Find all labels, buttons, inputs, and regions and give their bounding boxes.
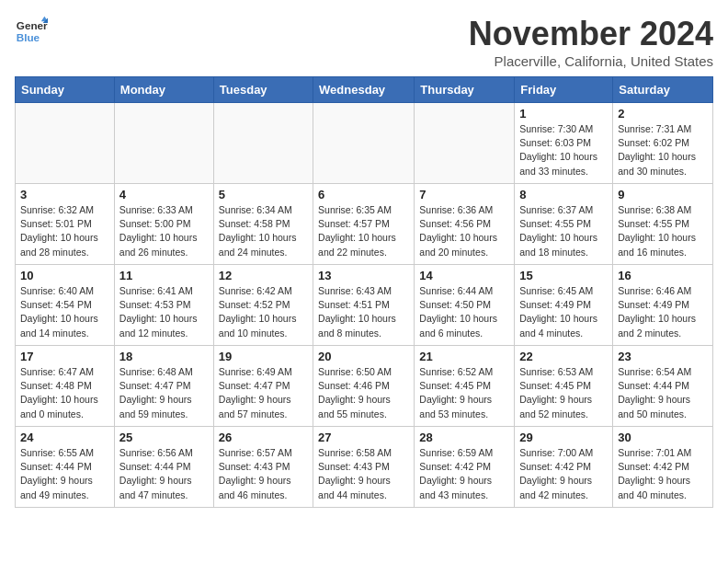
weekday-header-cell: Monday [114,77,213,103]
calendar-day-cell: 20Sunrise: 6:50 AM Sunset: 4:46 PM Dayli… [313,346,415,427]
logo: General Blue [15,15,48,48]
day-info: Sunrise: 6:45 AM Sunset: 4:49 PM Dayligh… [519,284,608,340]
day-number: 11 [119,269,209,282]
day-number: 6 [318,188,409,201]
calendar-day-cell [16,103,115,184]
calendar-day-cell [114,103,213,184]
calendar-day-cell: 22Sunrise: 6:53 AM Sunset: 4:45 PM Dayli… [515,346,613,427]
day-info: Sunrise: 6:49 AM Sunset: 4:47 PM Dayligh… [219,365,308,421]
calendar-day-cell: 30Sunrise: 7:01 AM Sunset: 4:42 PM Dayli… [613,427,713,508]
calendar-table: SundayMondayTuesdayWednesdayThursdayFrid… [15,76,713,508]
calendar-day-cell: 2Sunrise: 7:31 AM Sunset: 6:02 PM Daylig… [613,103,713,184]
day-number: 21 [419,350,509,363]
calendar-day-cell: 24Sunrise: 6:55 AM Sunset: 4:44 PM Dayli… [16,427,115,508]
day-info: Sunrise: 6:32 AM Sunset: 5:01 PM Dayligh… [20,203,109,259]
calendar-day-cell: 18Sunrise: 6:48 AM Sunset: 4:47 PM Dayli… [114,346,213,427]
day-number: 20 [318,350,409,363]
calendar-day-cell: 5Sunrise: 6:34 AM Sunset: 4:58 PM Daylig… [213,184,313,265]
day-info: Sunrise: 6:54 AM Sunset: 4:44 PM Dayligh… [618,365,708,421]
day-number: 2 [618,107,708,121]
day-number: 10 [20,269,109,282]
calendar-week-row: 3Sunrise: 6:32 AM Sunset: 5:01 PM Daylig… [16,184,713,265]
day-number: 3 [20,188,109,201]
weekday-header-cell: Saturday [613,77,713,103]
calendar-week-row: 10Sunrise: 6:40 AM Sunset: 4:54 PM Dayli… [16,265,713,346]
calendar-day-cell [415,103,515,184]
calendar-day-cell: 14Sunrise: 6:44 AM Sunset: 4:50 PM Dayli… [415,265,515,346]
day-info: Sunrise: 6:47 AM Sunset: 4:48 PM Dayligh… [20,365,109,421]
month-title: November 2024 [469,15,713,53]
day-number: 9 [618,188,708,201]
day-number: 13 [318,269,409,282]
day-number: 7 [419,188,509,201]
calendar-day-cell: 12Sunrise: 6:42 AM Sunset: 4:52 PM Dayli… [213,265,313,346]
calendar-day-cell: 25Sunrise: 6:56 AM Sunset: 4:44 PM Dayli… [114,427,213,508]
day-info: Sunrise: 6:34 AM Sunset: 4:58 PM Dayligh… [219,203,308,259]
calendar-day-cell: 3Sunrise: 6:32 AM Sunset: 5:01 PM Daylig… [16,184,115,265]
calendar-day-cell: 19Sunrise: 6:49 AM Sunset: 4:47 PM Dayli… [213,346,313,427]
day-number: 30 [618,431,708,444]
calendar-day-cell [213,103,313,184]
day-info: Sunrise: 6:41 AM Sunset: 4:53 PM Dayligh… [119,284,209,340]
calendar-day-cell: 29Sunrise: 7:00 AM Sunset: 4:42 PM Dayli… [515,427,613,508]
page-header: General Blue November 2024 Placerville, … [15,15,713,69]
day-number: 14 [419,269,509,282]
weekday-header-cell: Friday [515,77,613,103]
day-number: 5 [219,188,308,201]
day-number: 24 [20,431,109,444]
calendar-day-cell [313,103,415,184]
day-number: 4 [119,188,209,201]
calendar-day-cell: 21Sunrise: 6:52 AM Sunset: 4:45 PM Dayli… [415,346,515,427]
weekday-header-cell: Thursday [415,77,515,103]
day-info: Sunrise: 7:31 AM Sunset: 6:02 PM Dayligh… [618,122,708,178]
day-info: Sunrise: 7:00 AM Sunset: 4:42 PM Dayligh… [519,446,608,502]
day-info: Sunrise: 6:43 AM Sunset: 4:51 PM Dayligh… [318,284,409,340]
title-block: November 2024 Placerville, California, U… [469,15,713,69]
day-number: 23 [618,350,708,363]
calendar-day-cell: 7Sunrise: 6:36 AM Sunset: 4:56 PM Daylig… [415,184,515,265]
day-number: 15 [519,269,608,282]
day-info: Sunrise: 6:35 AM Sunset: 4:57 PM Dayligh… [318,203,409,259]
day-number: 17 [20,350,109,363]
day-info: Sunrise: 6:50 AM Sunset: 4:46 PM Dayligh… [318,365,409,421]
day-number: 27 [318,431,409,444]
weekday-header-cell: Sunday [16,77,115,103]
day-info: Sunrise: 6:59 AM Sunset: 4:42 PM Dayligh… [419,446,509,502]
day-number: 12 [219,269,308,282]
calendar-day-cell: 1Sunrise: 7:30 AM Sunset: 6:03 PM Daylig… [515,103,613,184]
day-info: Sunrise: 6:44 AM Sunset: 4:50 PM Dayligh… [419,284,509,340]
day-info: Sunrise: 6:46 AM Sunset: 4:49 PM Dayligh… [618,284,708,340]
day-info: Sunrise: 7:01 AM Sunset: 4:42 PM Dayligh… [618,446,708,502]
day-number: 29 [519,431,608,444]
calendar-day-cell: 9Sunrise: 6:38 AM Sunset: 4:55 PM Daylig… [613,184,713,265]
day-info: Sunrise: 7:30 AM Sunset: 6:03 PM Dayligh… [519,122,608,178]
day-info: Sunrise: 6:56 AM Sunset: 4:44 PM Dayligh… [119,446,209,502]
day-info: Sunrise: 6:33 AM Sunset: 5:00 PM Dayligh… [119,203,209,259]
day-number: 26 [219,431,308,444]
calendar-day-cell: 4Sunrise: 6:33 AM Sunset: 5:00 PM Daylig… [114,184,213,265]
day-info: Sunrise: 6:53 AM Sunset: 4:45 PM Dayligh… [519,365,608,421]
calendar-day-cell: 6Sunrise: 6:35 AM Sunset: 4:57 PM Daylig… [313,184,415,265]
day-number: 8 [519,188,608,201]
calendar-day-cell: 11Sunrise: 6:41 AM Sunset: 4:53 PM Dayli… [114,265,213,346]
day-info: Sunrise: 6:57 AM Sunset: 4:43 PM Dayligh… [219,446,308,502]
calendar-day-cell: 13Sunrise: 6:43 AM Sunset: 4:51 PM Dayli… [313,265,415,346]
svg-text:Blue: Blue [17,31,40,43]
day-number: 19 [219,350,308,363]
calendar-day-cell: 8Sunrise: 6:37 AM Sunset: 4:55 PM Daylig… [515,184,613,265]
logo-icon: General Blue [15,15,48,48]
calendar-day-cell: 10Sunrise: 6:40 AM Sunset: 4:54 PM Dayli… [16,265,115,346]
day-info: Sunrise: 6:48 AM Sunset: 4:47 PM Dayligh… [119,365,209,421]
day-info: Sunrise: 6:37 AM Sunset: 4:55 PM Dayligh… [519,203,608,259]
calendar-day-cell: 26Sunrise: 6:57 AM Sunset: 4:43 PM Dayli… [213,427,313,508]
calendar-body: 1Sunrise: 7:30 AM Sunset: 6:03 PM Daylig… [16,103,713,508]
day-info: Sunrise: 6:42 AM Sunset: 4:52 PM Dayligh… [219,284,308,340]
calendar-day-cell: 15Sunrise: 6:45 AM Sunset: 4:49 PM Dayli… [515,265,613,346]
calendar-week-row: 24Sunrise: 6:55 AM Sunset: 4:44 PM Dayli… [16,427,713,508]
day-number: 1 [519,107,608,121]
calendar-day-cell: 23Sunrise: 6:54 AM Sunset: 4:44 PM Dayli… [613,346,713,427]
weekday-header-cell: Wednesday [313,77,415,103]
day-number: 28 [419,431,509,444]
calendar-day-cell: 17Sunrise: 6:47 AM Sunset: 4:48 PM Dayli… [16,346,115,427]
day-info: Sunrise: 6:58 AM Sunset: 4:43 PM Dayligh… [318,446,409,502]
